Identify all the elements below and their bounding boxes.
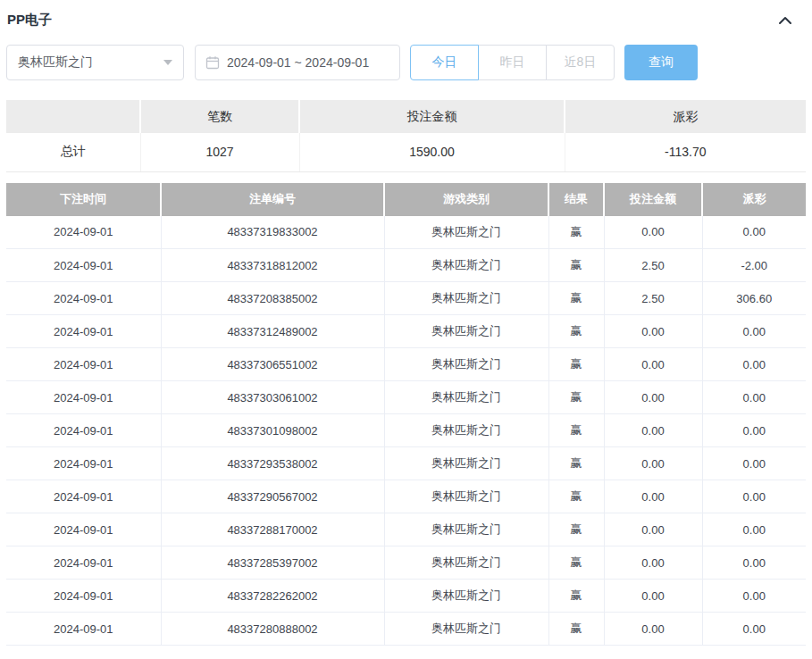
cell-payout: 0.00 bbox=[702, 315, 806, 348]
cell-game-type: 奥林匹斯之门 bbox=[384, 249, 548, 282]
table-row: 2024-09-0148337293538002奥林匹斯之门赢0.000.00 bbox=[6, 447, 806, 480]
calendar-icon bbox=[205, 55, 220, 70]
summary-total-label: 总计 bbox=[6, 133, 140, 171]
table-row: 2024-09-0148337280888002奥林匹斯之门赢0.000.00 bbox=[6, 613, 806, 646]
game-select-value: 奥林匹斯之门 bbox=[18, 54, 93, 71]
caret-down-icon bbox=[163, 60, 172, 65]
cell-result: 赢 bbox=[548, 447, 604, 480]
date-quick-buttons: 今日 昨日 近8日 bbox=[410, 45, 615, 80]
cell-order-id: 48337288170002 bbox=[161, 513, 384, 546]
cell-result: 赢 bbox=[548, 580, 604, 613]
cell-result: 赢 bbox=[548, 546, 604, 580]
table-row: 2024-09-0148337303061002奥林匹斯之门赢0.000.00 bbox=[6, 381, 806, 414]
records-table: 下注时间 注单编号 游戏类别 结果 投注金额 派彩 2024-09-014833… bbox=[6, 183, 806, 646]
cell-payout: 0.00 bbox=[702, 447, 806, 480]
cell-bet-amount: 2.50 bbox=[604, 282, 702, 315]
cell-result: 赢 bbox=[548, 315, 604, 348]
panel-header: PP电子 bbox=[6, 11, 806, 38]
cell-game-type: 奥林匹斯之门 bbox=[384, 513, 548, 546]
cell-result: 赢 bbox=[548, 414, 604, 447]
summary-header-bet-amount: 投注金额 bbox=[299, 100, 565, 133]
col-header-bet-amount: 投注金额 bbox=[604, 183, 702, 216]
cell-payout: -2.00 bbox=[702, 249, 806, 282]
cell-payout: 306.60 bbox=[702, 282, 806, 315]
cell-order-id: 48337306551002 bbox=[161, 348, 384, 381]
table-row: 2024-09-0148337318812002奥林匹斯之门赢2.50-2.00 bbox=[6, 249, 806, 282]
summary-total-payout: -113.70 bbox=[565, 133, 806, 171]
cell-payout: 0.00 bbox=[702, 414, 806, 447]
cell-bet-amount: 0.00 bbox=[604, 613, 702, 646]
cell-game-type: 奥林匹斯之门 bbox=[384, 447, 548, 480]
panel-title: PP电子 bbox=[7, 12, 52, 27]
cell-result: 赢 bbox=[548, 513, 604, 546]
cell-order-id: 48337282262002 bbox=[161, 580, 384, 613]
cell-result: 赢 bbox=[548, 613, 604, 646]
yesterday-button[interactable]: 昨日 bbox=[478, 45, 547, 80]
today-button[interactable]: 今日 bbox=[410, 45, 479, 80]
cell-game-type: 奥林匹斯之门 bbox=[384, 613, 548, 646]
cell-order-id: 48337285397002 bbox=[161, 546, 384, 580]
cell-game-type: 奥林匹斯之门 bbox=[384, 580, 548, 613]
table-row: 2024-09-0148337301098002奥林匹斯之门赢0.000.00 bbox=[6, 414, 806, 447]
summary-header-count: 笔数 bbox=[140, 100, 299, 133]
col-header-game-type: 游戏类别 bbox=[384, 183, 548, 216]
cell-order-id: 48337290567002 bbox=[161, 480, 384, 513]
cell-result: 赢 bbox=[548, 282, 604, 315]
cell-bet-time: 2024-09-01 bbox=[6, 381, 161, 414]
cell-bet-amount: 0.00 bbox=[604, 414, 702, 447]
filter-bar: 奥林匹斯之门 2024-09-01 ~ 2024-09-01 今日 昨日 近8日… bbox=[6, 45, 806, 80]
cell-payout: 0.00 bbox=[702, 580, 806, 613]
table-row: 2024-09-0148337282262002奥林匹斯之门赢0.000.00 bbox=[6, 580, 806, 613]
cell-result: 赢 bbox=[548, 216, 604, 249]
cell-game-type: 奥林匹斯之门 bbox=[384, 381, 548, 414]
cell-order-id: 48337301098002 bbox=[161, 414, 384, 447]
table-row: 2024-09-0148337312489002奥林匹斯之门赢0.000.00 bbox=[6, 315, 806, 348]
table-row: 2024-09-0148337285397002奥林匹斯之门赢0.000.00 bbox=[6, 546, 806, 580]
last-8-days-button[interactable]: 近8日 bbox=[546, 45, 615, 80]
cell-result: 赢 bbox=[548, 480, 604, 513]
cell-bet-time: 2024-09-01 bbox=[6, 282, 161, 315]
cell-order-id: 48337293538002 bbox=[161, 447, 384, 480]
cell-bet-time: 2024-09-01 bbox=[6, 480, 161, 513]
cell-bet-amount: 0.00 bbox=[604, 216, 702, 249]
cell-game-type: 奥林匹斯之门 bbox=[384, 282, 548, 315]
table-row: 2024-09-0148337319833002奥林匹斯之门赢0.000.00 bbox=[6, 216, 806, 249]
cell-payout: 0.00 bbox=[702, 613, 806, 646]
col-header-result: 结果 bbox=[548, 183, 604, 216]
cell-bet-amount: 0.00 bbox=[604, 381, 702, 414]
cell-bet-time: 2024-09-01 bbox=[6, 414, 161, 447]
table-row: 2024-09-0148337306551002奥林匹斯之门赢0.000.00 bbox=[6, 348, 806, 381]
cell-game-type: 奥林匹斯之门 bbox=[384, 546, 548, 580]
cell-bet-amount: 0.00 bbox=[604, 480, 702, 513]
cell-bet-amount: 0.00 bbox=[604, 580, 702, 613]
cell-bet-amount: 0.00 bbox=[604, 348, 702, 381]
summary-header-empty bbox=[6, 100, 140, 133]
summary-table: 笔数 投注金额 派彩 总计 1027 1590.00 -113.70 bbox=[6, 100, 806, 172]
cell-bet-time: 2024-09-01 bbox=[6, 546, 161, 580]
summary-header-payout: 派彩 bbox=[565, 100, 806, 133]
cell-bet-time: 2024-09-01 bbox=[6, 348, 161, 381]
collapse-panel-button[interactable] bbox=[775, 11, 795, 30]
cell-order-id: 48337280888002 bbox=[161, 613, 384, 646]
cell-game-type: 奥林匹斯之门 bbox=[384, 480, 548, 513]
game-select[interactable]: 奥林匹斯之门 bbox=[6, 45, 184, 80]
pp-electronic-panel: PP电子 奥林匹斯之门 2024-09-01 ~ 2 bbox=[0, 0, 812, 646]
cell-bet-time: 2024-09-01 bbox=[6, 580, 161, 613]
cell-payout: 0.00 bbox=[702, 216, 806, 249]
cell-result: 赢 bbox=[548, 348, 604, 381]
cell-result: 赢 bbox=[548, 249, 604, 282]
date-range-picker[interactable]: 2024-09-01 ~ 2024-09-01 bbox=[195, 45, 400, 80]
summary-total-row: 总计 1027 1590.00 -113.70 bbox=[6, 133, 806, 171]
cell-bet-time: 2024-09-01 bbox=[6, 249, 161, 282]
cell-payout: 0.00 bbox=[702, 513, 806, 546]
cell-order-id: 48337208385002 bbox=[161, 282, 384, 315]
summary-total-bet-amount: 1590.00 bbox=[299, 133, 565, 171]
table-row: 2024-09-0148337290567002奥林匹斯之门赢0.000.00 bbox=[6, 480, 806, 513]
cell-order-id: 48337318812002 bbox=[161, 249, 384, 282]
query-button[interactable]: 查询 bbox=[624, 45, 698, 80]
cell-game-type: 奥林匹斯之门 bbox=[384, 414, 548, 447]
summary-total-count: 1027 bbox=[140, 133, 299, 171]
cell-game-type: 奥林匹斯之门 bbox=[384, 216, 548, 249]
cell-bet-amount: 2.50 bbox=[604, 249, 702, 282]
cell-bet-time: 2024-09-01 bbox=[6, 513, 161, 546]
